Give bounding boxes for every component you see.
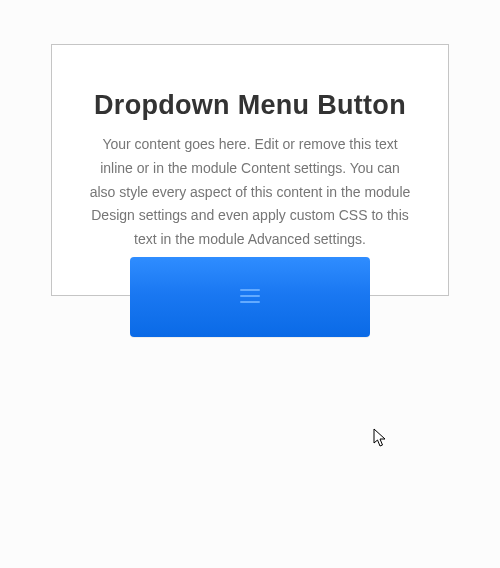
- dropdown-menu-button[interactable]: [130, 257, 370, 337]
- mouse-cursor: [373, 428, 389, 448]
- content-card: Dropdown Menu Button Your content goes h…: [51, 44, 449, 296]
- description-text: Your content goes here. Edit or remove t…: [82, 133, 418, 252]
- page-title: Dropdown Menu Button: [82, 90, 418, 121]
- hamburger-icon: [239, 285, 261, 310]
